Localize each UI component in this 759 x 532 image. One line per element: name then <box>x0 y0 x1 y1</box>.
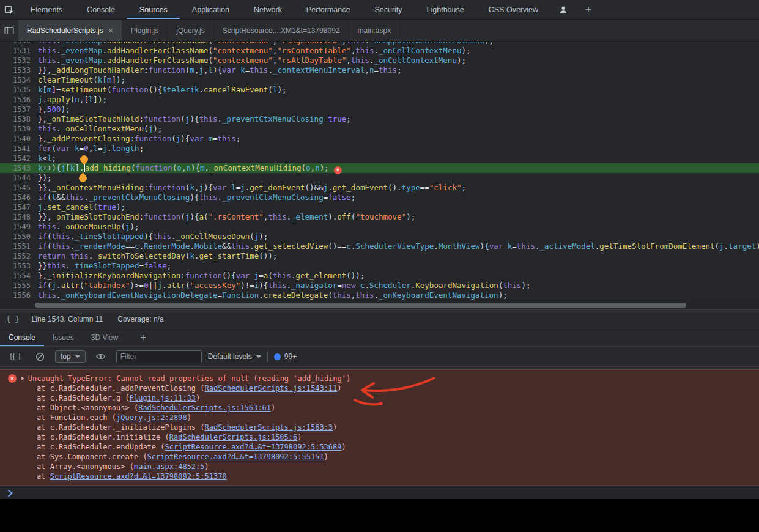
line-number[interactable]: 1540 <box>0 134 38 144</box>
source-link[interactable]: Plugin.js:11:33 <box>130 394 196 402</box>
line-number[interactable]: 1550 <box>0 232 38 242</box>
scrollbar-thumb[interactable] <box>35 303 686 308</box>
tab-network[interactable]: Network <box>242 0 294 19</box>
source-editor[interactable]: 1530this._eventMap.addHandlerForClassNam… <box>0 42 759 301</box>
code-line[interactable]: 1542k<l; <box>0 153 759 163</box>
line-number[interactable]: 1555 <box>0 281 38 290</box>
code-line[interactable]: 1531this._eventMap.addHandlerForClassNam… <box>0 46 759 56</box>
code-line[interactable]: 1534clearTimeout(k[m]); <box>0 75 759 85</box>
code-line[interactable]: 1546if(l&&this._preventCtxMenuClosing){t… <box>0 193 759 202</box>
code-line[interactable]: 1549this._onDocMouseUp(j); <box>0 222 759 232</box>
file-tab-plugin-js[interactable]: Plugin.js <box>122 20 168 41</box>
add-drawer-tab-button[interactable]: + <box>140 328 157 346</box>
line-number[interactable]: 1546 <box>0 193 38 202</box>
console-sidebar-icon[interactable] <box>6 347 24 366</box>
line-number[interactable]: 1533 <box>0 65 38 75</box>
navigator-toggle-icon[interactable] <box>0 20 18 41</box>
tab-security[interactable]: Security <box>362 0 414 19</box>
code-line[interactable]: 1556this._onKeyboardEventNavigationDeleg… <box>0 290 759 300</box>
code-line[interactable]: 1543k++){j[k].add_hiding(function(o,n){m… <box>0 163 759 173</box>
source-link[interactable]: main.aspx:4852:5 <box>134 462 205 471</box>
source-link[interactable]: ScriptResource.axd?d…&t=13798092:5:53689 <box>165 443 342 451</box>
code-line[interactable]: 1535k[m]=setTimeout(function(){$telerik.… <box>0 85 759 95</box>
line-number[interactable]: 1552 <box>0 251 38 261</box>
file-tab-radschedulerscripts-js[interactable]: RadSchedulerScripts.js× <box>18 20 122 41</box>
line-number[interactable]: 1547 <box>0 202 38 212</box>
code-line[interactable]: 1539this._onCellContextMenu(j); <box>0 124 759 134</box>
horizontal-scrollbar[interactable] <box>0 301 759 309</box>
code-line[interactable]: 1547j.set_cancel(true); <box>0 202 759 212</box>
line-number[interactable]: 1544 <box>0 173 38 183</box>
line-number[interactable]: 1536 <box>0 95 38 105</box>
code-line[interactable]: 1540},_addPreventClosing:function(j){var… <box>0 134 759 144</box>
source-link[interactable]: RadSchedulerScripts.js:1505:6 <box>169 433 298 441</box>
file-tab-scriptresource-xm1-t-13798092[interactable]: ScriptResource....XM1&t=13798092 <box>214 20 349 41</box>
source-link[interactable]: jQuery.js:2:2898 <box>116 413 187 422</box>
tab-performance[interactable]: Performance <box>294 0 363 19</box>
tab-css-overview[interactable]: CSS Overview <box>476 0 550 19</box>
code-line[interactable]: 1548}},_onTimeSlotTouchEnd:function(j){a… <box>0 212 759 222</box>
file-tab-main-aspx[interactable]: main.aspx <box>349 20 401 41</box>
source-link[interactable]: RadSchedulerScripts.js:1543:11 <box>205 384 338 393</box>
context-selector[interactable]: top <box>55 350 86 363</box>
issues-counter[interactable]: 99+ <box>274 352 297 361</box>
code-line[interactable]: 1532this._eventMap.addHandlerForClassNam… <box>0 56 759 65</box>
log-levels-dropdown[interactable]: Default levels <box>208 352 261 361</box>
console-body[interactable]: × ▶ Uncaught TypeError: Cannot read prop… <box>0 369 759 499</box>
code-line[interactable]: 1554},_initializeKeyboardNavigation:func… <box>0 271 759 281</box>
line-number[interactable]: 1549 <box>0 222 38 232</box>
expand-triangle-icon[interactable]: ▶ <box>21 374 24 383</box>
line-number[interactable]: 1535 <box>0 85 38 95</box>
source-link[interactable]: ScriptResource.axd?d…&t=13798092:5:51370 <box>50 472 227 481</box>
code-line[interactable]: 1553}}this._timeSlotTapped=false; <box>0 261 759 271</box>
line-number[interactable]: 1554 <box>0 271 38 281</box>
line-number[interactable]: 1551 <box>0 242 38 251</box>
line-number[interactable]: 1542 <box>0 153 38 163</box>
source-link[interactable]: RadSchedulerScripts.js:1563:61 <box>138 404 271 412</box>
line-number[interactable]: 1543 <box>0 163 38 173</box>
pretty-print-button[interactable]: { } <box>6 315 20 323</box>
drawer-tab-issues[interactable]: Issues <box>44 328 83 346</box>
code-line[interactable]: 1541for(var k=0,l=j.length; <box>0 144 759 153</box>
file-tab-jquery-js[interactable]: jQuery.js <box>168 20 213 41</box>
line-number[interactable]: 1538 <box>0 114 38 124</box>
inspect-icon[interactable] <box>0 0 18 19</box>
filter-input[interactable] <box>116 350 202 363</box>
line-number[interactable]: 1534 <box>0 75 38 85</box>
line-number[interactable]: 1530 <box>0 42 38 46</box>
tab-console[interactable]: Console <box>75 0 127 19</box>
line-number[interactable]: 1531 <box>0 46 38 56</box>
code-line[interactable]: 1555if(j.attr("tabIndex")>=0||j.attr("ac… <box>0 281 759 290</box>
code-line[interactable]: 1537},500); <box>0 105 759 114</box>
tab-sources[interactable]: Sources <box>127 0 180 19</box>
line-number[interactable]: 1553 <box>0 261 38 271</box>
line-number[interactable]: 1556 <box>0 290 38 300</box>
line-number[interactable]: 1537 <box>0 105 38 114</box>
drawer-tab-3d-view[interactable]: 3D View <box>83 328 127 346</box>
console-prompt[interactable] <box>0 486 759 500</box>
source-link[interactable]: ScriptResource.axd?d…&t=13798092:5:55151 <box>147 453 324 461</box>
code-line[interactable]: 1544}); <box>0 173 759 183</box>
code-line[interactable]: 1530this._eventMap.addHandlerForClassNam… <box>0 42 759 46</box>
code-line[interactable]: 1545}},_onContextMenuHiding:function(k,j… <box>0 183 759 193</box>
line-number[interactable]: 1541 <box>0 144 38 153</box>
close-icon[interactable]: × <box>108 26 113 35</box>
live-expression-eye-icon[interactable] <box>92 347 110 366</box>
drawer-tab-console[interactable]: Console <box>0 328 44 346</box>
code-line[interactable]: 1533}},_addLongTouchHandler:function(m,j… <box>0 65 759 75</box>
code-line[interactable]: 1536j.apply(n,[l]); <box>0 95 759 105</box>
code-line[interactable]: 1552return this._switchToSelectedDay(k.g… <box>0 251 759 261</box>
line-number[interactable]: 1539 <box>0 124 38 134</box>
person-icon[interactable] <box>554 0 572 19</box>
code-line[interactable]: 1538},_onTimeSlotTouchHold:function(j){t… <box>0 114 759 124</box>
clear-console-icon[interactable] <box>31 347 49 366</box>
code-line[interactable]: 1550if(this._timeSlotTapped){this._onCel… <box>0 232 759 242</box>
code-line[interactable]: 1551if(this._renderMode==c.RenderMode.Mo… <box>0 242 759 251</box>
line-number[interactable]: 1545 <box>0 183 38 193</box>
source-link[interactable]: RadSchedulerScripts.js:1563:3 <box>205 423 333 432</box>
tab-lighthouse[interactable]: Lighthouse <box>415 0 476 19</box>
tab-elements[interactable]: Elements <box>18 0 75 19</box>
tab-application[interactable]: Application <box>180 0 242 19</box>
more-tabs-button[interactable]: + <box>580 0 597 19</box>
line-number[interactable]: 1532 <box>0 56 38 65</box>
